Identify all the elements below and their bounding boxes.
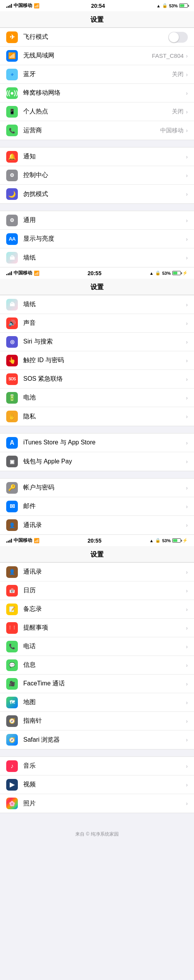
row-phone[interactable]: 📞 电话 › (0, 637, 194, 656)
chevron-sos: › (186, 376, 188, 382)
row-itunes[interactable]: A iTunes Store 与 App Store › (0, 434, 194, 452)
row-tv[interactable]: ▶ 视频 › (0, 775, 194, 794)
alarm-icon-1: 🔒 (162, 3, 168, 8)
signal-icon-3 (6, 539, 12, 543)
location-icon-1: ▲ (156, 3, 161, 8)
icon-airplane: ✈ (6, 31, 18, 43)
chevron-siri: › (186, 339, 188, 345)
row-mail[interactable]: ✉ 邮件 › (0, 497, 194, 516)
label-display: 显示与亮度 (23, 235, 186, 243)
time-2: 20:55 (88, 270, 102, 276)
label-controlcenter: 控制中心 (23, 171, 186, 179)
group-connectivity: ✈ 飞行模式 📶 无线局域网 FAST_C804 › 🔹 蓝牙 关闭 › ((●… (0, 28, 194, 140)
row-privacy[interactable]: ✋ 隐私 › (0, 407, 194, 426)
row-donotdisturb[interactable]: 🌙 勿扰模式 › (0, 185, 194, 203)
row-passwords[interactable]: 🔑 帐户与密码 › (0, 479, 194, 497)
toggle-thumb-airplane (169, 32, 179, 42)
label-bluetooth: 蓝牙 (23, 70, 172, 78)
row-notifications[interactable]: 🔔 通知 › (0, 147, 194, 166)
row-wifi[interactable]: 📶 无线局域网 FAST_C804 › (0, 47, 194, 65)
row-contacts2[interactable]: 👤 通讯录 › (0, 563, 194, 581)
row-bluetooth[interactable]: 🔹 蓝牙 关闭 › (0, 65, 194, 84)
row-sounds[interactable]: 🔊 声音 › (0, 314, 194, 333)
row-display[interactable]: AA 显示与亮度 › (0, 230, 194, 248)
label-mail: 邮件 (23, 502, 186, 510)
battery-percent-1: 53% (169, 3, 178, 8)
nav-bar-1: 设置 (0, 11, 194, 28)
chevron-itunes: › (186, 440, 188, 446)
row-sos[interactable]: SOS SOS 紧急联络 › (0, 370, 194, 389)
icon-display: AA (6, 233, 18, 245)
gap-4 (0, 471, 194, 478)
wifi-icon-2: 📶 (34, 271, 40, 276)
icon-wallpaper2: 🏔 (6, 299, 18, 310)
chevron-wallpaper1: › (186, 255, 188, 261)
label-notes: 备忘录 (23, 605, 186, 613)
chevron-touchid: › (186, 357, 188, 364)
row-maps[interactable]: 🗺 地图 › (0, 693, 194, 712)
chevron-facetime: › (186, 681, 188, 687)
chevron-wifi: › (186, 53, 188, 59)
row-siri[interactable]: ◎ Siri 与搜索 › (0, 333, 194, 351)
row-compass[interactable]: 🧭 指南针 › (0, 712, 194, 730)
battery-icon-1 (179, 3, 188, 8)
label-itunes: iTunes Store 与 App Store (23, 439, 186, 447)
chevron-notes: › (186, 606, 188, 612)
group-system2: ⚙ 通用 › AA 显示与亮度 › 🏔 墙纸 › (0, 211, 194, 267)
group-apps: 👤 通讯录 › 📅 日历 › 📝 备忘录 › ⋮⋮ 提醒事项 › 📞 电话 › (0, 562, 194, 749)
row-controlcenter[interactable]: ⚙ 控制中心 › (0, 166, 194, 185)
label-wallet: 钱包与 Apple Pay (23, 458, 186, 466)
battery-icon-2 (172, 271, 181, 275)
time-3: 20:55 (88, 538, 102, 544)
row-safari[interactable]: 🧭 Safari 浏览器 › (0, 730, 194, 749)
icon-notes: 📝 (6, 604, 18, 615)
alarm-icon-3: 🔒 (155, 538, 161, 543)
row-reminders[interactable]: ⋮⋮ 提醒事项 › (0, 619, 194, 637)
row-calendar[interactable]: 📅 日历 › (0, 581, 194, 600)
icon-controlcenter: ⚙ (6, 170, 18, 181)
row-battery[interactable]: 🔋 电池 › (0, 389, 194, 407)
icon-sounds: 🔊 (6, 317, 18, 329)
row-wallet[interactable]: ▣ 钱包与 Apple Pay › (0, 452, 194, 471)
row-facetime[interactable]: 🎥 FaceTime 通话 › (0, 675, 194, 693)
carrier-2: 中国移动 (14, 270, 32, 276)
icon-sos: SOS (6, 373, 18, 385)
row-music[interactable]: ♪ 音乐 › (0, 757, 194, 775)
row-wallpaper1[interactable]: 🏔 墙纸 › (0, 248, 194, 267)
group-system1: 🔔 通知 › ⚙ 控制中心 › 🌙 勿扰模式 › (0, 147, 194, 204)
label-contacts2: 通讯录 (23, 568, 186, 576)
row-contacts1[interactable]: 👤 通讯录 › (0, 516, 194, 534)
chevron-general: › (186, 217, 188, 224)
row-general[interactable]: ⚙ 通用 › (0, 211, 194, 230)
icon-compass: 🧭 (6, 715, 18, 727)
chevron-wallet: › (186, 458, 188, 465)
chevron-notifications: › (186, 154, 188, 160)
label-messages: 信息 (23, 661, 186, 669)
group-media: ♪ 音乐 › ▶ 视频 › 🌸 照片 › (0, 756, 194, 813)
icon-reminders: ⋮⋮ (6, 622, 18, 634)
icon-contacts1: 👤 (6, 519, 18, 531)
row-wallpaper2[interactable]: 🏔 墙纸 › (0, 295, 194, 314)
row-carrier[interactable]: 📞 运营商 中国移动 › (0, 121, 194, 140)
row-touchid[interactable]: 👆 触控 ID 与密码 › (0, 351, 194, 370)
label-touchid: 触控 ID 与密码 (23, 356, 186, 364)
icon-passwords: 🔑 (6, 482, 18, 494)
nav-bar-2: 设置 (0, 279, 194, 295)
row-cellular[interactable]: ((●)) 蜂窝移动网络 › (0, 84, 194, 102)
status-right-1: ▲ 🔒 53% (156, 3, 188, 8)
row-photos[interactable]: 🌸 照片 › (0, 794, 194, 813)
row-messages[interactable]: 💬 信息 › (0, 656, 194, 675)
value-wifi: FAST_C804 (152, 52, 184, 59)
value-hotspot: 关闭 (172, 108, 184, 115)
icon-itunes: A (6, 437, 18, 449)
label-photos: 照片 (23, 800, 186, 808)
row-airplane[interactable]: ✈ 飞行模式 (0, 28, 194, 47)
toggle-airplane[interactable] (168, 32, 188, 43)
row-hotspot[interactable]: 📱 个人热点 关闭 › (0, 102, 194, 121)
icon-privacy: ✋ (6, 411, 18, 422)
chevron-wallpaper2: › (186, 302, 188, 308)
label-sounds: 声音 (23, 319, 186, 327)
row-notes[interactable]: 📝 备忘录 › (0, 600, 194, 619)
label-maps: 地图 (23, 698, 186, 706)
chevron-display: › (186, 236, 188, 242)
